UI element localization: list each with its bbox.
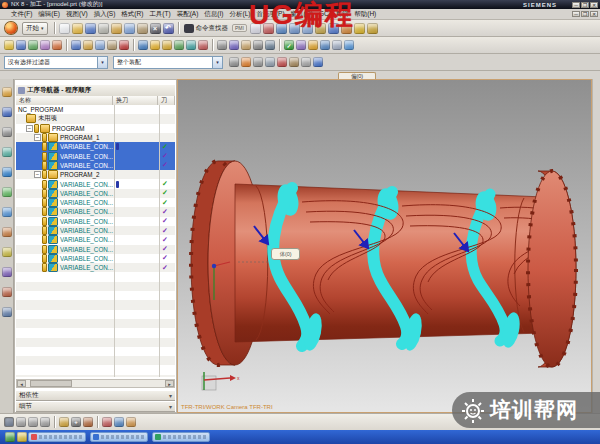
doc-restore-button[interactable]: ❐: [581, 11, 589, 17]
assembly-constraints-icon[interactable]: [341, 23, 352, 34]
list-toolpath-icon[interactable]: [217, 40, 227, 50]
horizontal-scrollbar[interactable]: ◂ ▸: [16, 379, 175, 388]
menu-item[interactable]: 编辑(E): [35, 10, 63, 19]
delete-object-icon[interactable]: [119, 40, 129, 50]
menu-item[interactable]: 信息(I): [201, 10, 226, 19]
nx-logo-icon[interactable]: [5, 22, 17, 34]
pan-view-icon[interactable]: [289, 23, 300, 34]
rectangle-select-icon[interactable]: [301, 57, 311, 67]
taskbar-button[interactable]: [28, 432, 86, 442]
taskbar-app1-icon[interactable]: [5, 432, 15, 442]
tree-row[interactable]: VARIABLE_CON...✓: [16, 244, 175, 253]
start-menu-button[interactable]: 开始 ▾: [22, 22, 48, 35]
undo-icon[interactable]: ↶: [163, 23, 174, 34]
part-navigator-icon[interactable]: [2, 127, 12, 137]
hd3d-tools-icon[interactable]: [2, 167, 12, 177]
display-window-icon[interactable]: [332, 40, 342, 50]
paste-object-icon[interactable]: [107, 40, 117, 50]
shaded-view-icon[interactable]: [313, 57, 323, 67]
replay-toolpath-icon[interactable]: [174, 40, 184, 50]
menu-item[interactable]: 分析(L): [226, 10, 253, 19]
zoom-icon[interactable]: [253, 57, 263, 67]
generate-ok-icon[interactable]: ✓: [284, 40, 294, 50]
tree-row[interactable]: VARIABLE_CON...✓: [16, 189, 175, 198]
reuse-library-icon[interactable]: [2, 147, 12, 157]
doc-close-button[interactable]: ✕: [590, 11, 598, 17]
tree-row[interactable]: 未用项: [16, 114, 175, 123]
tree-row[interactable]: VARIABLE_CON...✓: [16, 254, 175, 263]
menu-item[interactable]: 窗口(O): [288, 10, 316, 19]
snap-midpoint-icon[interactable]: [28, 417, 38, 427]
internet-explorer-icon[interactable]: [2, 187, 12, 197]
tree-row[interactable]: NC_PROGRAM: [16, 105, 175, 114]
menu-item[interactable]: 插入(S): [91, 10, 119, 19]
output-clsf-icon[interactable]: [253, 40, 263, 50]
shop-documentation-icon[interactable]: [241, 40, 251, 50]
snap-intersection-icon[interactable]: [40, 417, 50, 427]
pmi-button[interactable]: PMI: [232, 24, 247, 32]
tree-row[interactable]: VARIABLE_CON...✓: [16, 198, 175, 207]
tree-row[interactable]: VARIABLE_CON...✓: [16, 226, 175, 235]
window-scene-icon[interactable]: [2, 307, 12, 317]
chevron-down-icon[interactable]: ▾: [97, 57, 107, 68]
expander-icon[interactable]: −: [34, 171, 41, 178]
delete-icon[interactable]: ×: [150, 23, 161, 34]
graphics-viewport[interactable]: x 体(0) TFR-TRI/WORK Camera TFR-TRI: [177, 79, 592, 413]
menu-item[interactable]: 帮助(H): [351, 10, 379, 19]
column-tool[interactable]: 刀: [158, 96, 175, 105]
tree-row[interactable]: VARIABLE_CON...✓: [16, 179, 175, 188]
tree-row[interactable]: −PROGRAM_2: [16, 170, 175, 179]
refresh-icon[interactable]: [229, 57, 239, 67]
rotate-view-icon[interactable]: [276, 23, 287, 34]
command-finder-button[interactable]: 命令查找器: [184, 24, 229, 33]
scrollbar-thumb[interactable]: [30, 380, 72, 387]
selection-scope-combobox[interactable]: 整个装配 ▾: [113, 56, 223, 69]
menu-item[interactable]: 装配(A): [174, 10, 202, 19]
tree-row[interactable]: VARIABLE_CON...✓: [16, 263, 175, 272]
menu-item[interactable]: 视图(V): [63, 10, 91, 19]
plus-icon[interactable]: +: [71, 417, 81, 427]
print-icon[interactable]: [98, 23, 109, 34]
maximize-button[interactable]: ❐: [581, 2, 589, 8]
manufacturing-wizard-icon[interactable]: [2, 247, 12, 257]
tree-row[interactable]: VARIABLE_CON...✓: [16, 207, 175, 216]
fit-view-icon[interactable]: [302, 23, 313, 34]
history-icon[interactable]: [2, 207, 12, 217]
scroll-right-icon[interactable]: ▸: [165, 380, 174, 387]
generate-toolpath-icon[interactable]: [150, 40, 160, 50]
window-icon[interactable]: [250, 23, 261, 34]
machine-tool-navigator-icon[interactable]: [2, 107, 12, 117]
collaborate-icon[interactable]: [126, 417, 136, 427]
menu-item[interactable]: 格式(R): [118, 10, 146, 19]
fit-selection-icon[interactable]: [241, 57, 251, 67]
copy-object-icon[interactable]: [95, 40, 105, 50]
minimize-button[interactable]: ─: [572, 2, 580, 8]
create-program-icon[interactable]: [4, 40, 14, 50]
cut-object-icon[interactable]: [83, 40, 93, 50]
person-icon[interactable]: [102, 417, 112, 427]
gouge-check-icon[interactable]: [198, 40, 208, 50]
snap-endpoint-icon[interactable]: [16, 417, 26, 427]
tree-row[interactable]: VARIABLE_CON...✓: [16, 142, 175, 151]
menu-item[interactable]: 工具(T): [146, 10, 173, 19]
scroll-left-icon[interactable]: ◂: [17, 380, 26, 387]
pin-icon[interactable]: [18, 87, 25, 94]
menu-item[interactable]: 首选项(P): [253, 10, 287, 19]
object-properties-icon[interactable]: [344, 40, 354, 50]
show-toolpath-icon[interactable]: [138, 40, 148, 50]
chevron-down-icon[interactable]: ▾: [212, 57, 222, 68]
pan-icon[interactable]: [265, 57, 275, 67]
taskbar-button[interactable]: [90, 432, 148, 442]
flag-icon[interactable]: [308, 40, 318, 50]
column-toolchange[interactable]: 换刀: [113, 96, 158, 105]
expander-icon[interactable]: −: [34, 134, 41, 141]
dependencies-section[interactable]: 相依性 ▾: [16, 390, 175, 401]
copy-icon[interactable]: [124, 23, 135, 34]
system-materials-icon[interactable]: [2, 287, 12, 297]
doc-minimize-button[interactable]: ─: [572, 11, 580, 17]
tree-row[interactable]: −PROGRAM_1: [16, 133, 175, 142]
orient-view-icon[interactable]: [315, 23, 326, 34]
taskbar-button[interactable]: [152, 432, 210, 442]
selection-filter-combobox[interactable]: 没有选择过滤器 ▾: [4, 56, 108, 69]
edit-object-icon[interactable]: [71, 40, 81, 50]
